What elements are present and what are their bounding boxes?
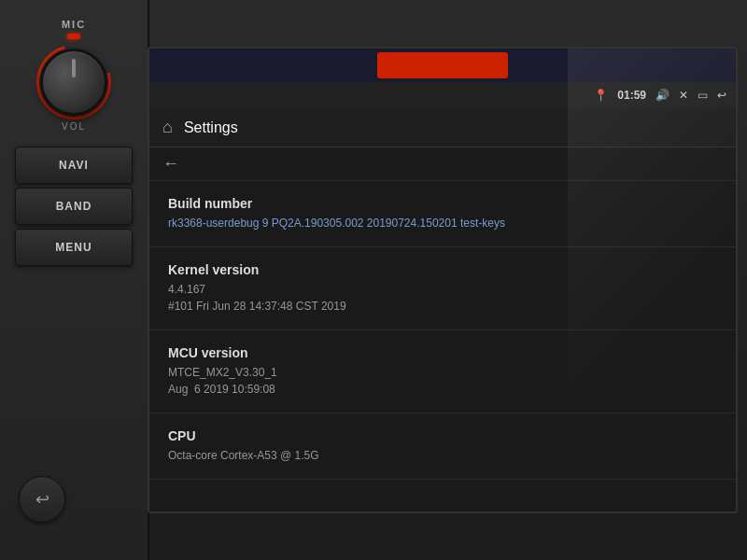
- left-buttons: NAVI BAND MENU: [0, 147, 148, 266]
- build-number-value: rk3368-userdebug 9 PQ2A.190305.002 20190…: [168, 215, 717, 231]
- close-icon[interactable]: ✕: [679, 89, 688, 102]
- mic-label: MIC: [62, 19, 86, 30]
- volume-knob[interactable]: [40, 49, 107, 116]
- navi-button[interactable]: NAVI: [15, 147, 133, 184]
- settings-content: Build number rk3368-userdebug 9 PQ2A.190…: [149, 181, 736, 511]
- vol-label: VOL: [62, 121, 86, 132]
- header-slot: [377, 52, 508, 78]
- mcu-version-value: MTCE_MX2_V3.30_1Aug 6 2019 10:59:08: [168, 364, 717, 398]
- build-number-title: Build number: [168, 196, 717, 211]
- page-title: Settings: [184, 119, 238, 136]
- cpu-value: Octa-core Cortex-A53 @ 1.5G: [168, 447, 717, 464]
- kernel-version-title: Kernel version: [168, 262, 717, 277]
- location-icon: 📍: [594, 89, 608, 102]
- screen-wrapper: 📍 01:59 🔊 ✕ ▭ ↩ ⌂ Settings ← Build numbe…: [148, 47, 738, 513]
- left-panel: MIC VOL NAVI BAND MENU ↩: [0, 0, 149, 560]
- back-arrow-button[interactable]: ←: [162, 154, 179, 174]
- led-indicator: [67, 34, 80, 39]
- status-time: 01:59: [617, 89, 646, 102]
- volume-icon[interactable]: 🔊: [655, 89, 669, 102]
- cpu-title: CPU: [168, 428, 717, 443]
- setting-build-number[interactable]: Build number rk3368-userdebug 9 PQ2A.190…: [149, 181, 736, 247]
- back-bar: ←: [149, 147, 736, 181]
- setting-cpu[interactable]: CPU Octa-core Cortex-A53 @ 1.5G: [149, 413, 736, 480]
- mcu-version-title: MCU version: [168, 345, 717, 360]
- kernel-version-value: 4.4.167#101 Fri Jun 28 14:37:48 CST 2019: [168, 281, 717, 315]
- status-bar: 📍 01:59 🔊 ✕ ▭ ↩: [149, 82, 736, 108]
- back-phone-button[interactable]: ↩: [19, 476, 65, 523]
- window-icon[interactable]: ▭: [698, 89, 708, 102]
- setting-mcu-version[interactable]: MCU version MTCE_MX2_V3.30_1Aug 6 2019 1…: [149, 330, 736, 413]
- knob-container: [40, 49, 107, 116]
- android-header: [149, 49, 736, 82]
- menu-button[interactable]: MENU: [15, 229, 133, 266]
- band-button[interactable]: BAND: [15, 188, 133, 225]
- back-icon[interactable]: ↩: [717, 89, 726, 102]
- title-bar: ⌂ Settings: [149, 108, 736, 147]
- setting-kernel-version[interactable]: Kernel version 4.4.167#101 Fri Jun 28 14…: [149, 247, 736, 330]
- home-icon[interactable]: ⌂: [162, 118, 173, 137]
- car-unit: MIC VOL NAVI BAND MENU ↩ 📍 01:59 🔊 ✕ ▭ ↩: [0, 0, 747, 560]
